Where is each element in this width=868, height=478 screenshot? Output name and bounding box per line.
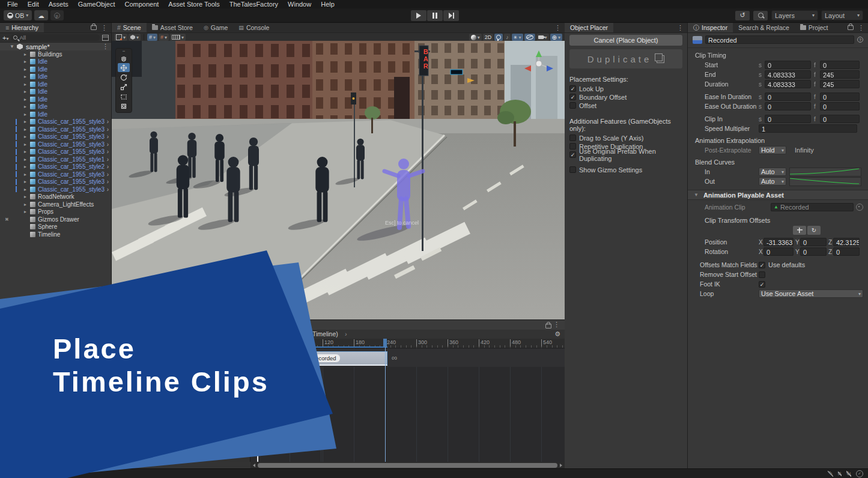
hierarchy-item-classic-car-1955-style1[interactable]: ▸Classic_car_1955_style1› (0, 156, 111, 163)
menu-edit[interactable]: Edit (23, 0, 44, 8)
foldout-icon[interactable]: ▸ (24, 172, 30, 177)
foldout-icon[interactable]: ▸ (24, 142, 30, 147)
tab-project[interactable]: Project (795, 23, 834, 32)
menu-file[interactable]: File (2, 0, 23, 8)
timeline-breadcrumb[interactable]: Timeline) (312, 330, 338, 337)
lock-icon[interactable] (91, 25, 97, 30)
hierarchy-item-idle[interactable]: ▸Idle (0, 73, 111, 81)
clip-in-frames-field[interactable]: 0 (820, 115, 860, 123)
speed-multiplier-field[interactable]: 1 (759, 124, 857, 133)
layers-dropdown[interactable]: Layers ▾ (771, 10, 818, 20)
timeline-playhead-marker[interactable] (383, 339, 387, 347)
lock-icon[interactable] (848, 25, 854, 30)
start-seconds-field[interactable]: 0 (765, 61, 811, 69)
foldout-icon[interactable]: ▸ (24, 112, 30, 117)
prefab-open-chevron-icon[interactable]: › (107, 186, 109, 193)
scene-visibility-button[interactable] (524, 34, 535, 41)
timeline-settings-gear-icon[interactable]: ⚙ (554, 330, 560, 338)
cloud-button[interactable]: ☁ (34, 10, 48, 20)
checkbox[interactable] (569, 135, 576, 141)
menu-help[interactable]: Help (316, 0, 339, 8)
option-offset[interactable]: Offset (569, 101, 682, 109)
menu-asset-store-tools[interactable]: Asset Store Tools (163, 0, 224, 8)
measure-button[interactable]: ▾ (170, 34, 186, 41)
prefab-open-chevron-icon[interactable]: › (107, 171, 109, 178)
prefab-open-chevron-icon[interactable]: › (107, 141, 109, 148)
move-tool-button[interactable] (118, 63, 130, 72)
lock-icon[interactable] (545, 324, 551, 328)
gizmos-button[interactable]: ⊕▾ (550, 34, 562, 41)
hierarchy-item-scene-root[interactable]: ▼ sample* ⋮ (0, 43, 111, 50)
search-window-icon[interactable] (102, 35, 109, 41)
tab-scene[interactable]: # Scene (112, 23, 147, 32)
menu-assets[interactable]: Assets (44, 0, 73, 8)
duplicate-button[interactable]: Duplicate (569, 49, 682, 68)
checkbox[interactable] (569, 102, 576, 109)
remove-start-offset-checkbox[interactable] (759, 271, 765, 278)
tab-console[interactable]: ▤ Console (233, 23, 275, 32)
foldout-icon[interactable]: ▸ (24, 164, 30, 169)
help-icon[interactable]: ? (857, 37, 863, 43)
loop-dropdown[interactable]: Use Source Asset▾ (759, 289, 863, 298)
tab-hierarchy[interactable]: ≡ Hierarchy (0, 23, 44, 32)
end-frames-field[interactable]: 245 (820, 70, 860, 79)
drag-handle-icon[interactable]: •• (116, 50, 132, 53)
shading-mode-button[interactable]: ▾ (469, 34, 482, 41)
pause-button[interactable] (427, 10, 443, 21)
end-seconds-field[interactable]: 4.083333 (765, 70, 811, 79)
hierarchy-item-classic-car-1955-style3[interactable]: ▸Classic_car_1955_style3› (0, 118, 111, 126)
grid-snapping-button[interactable]: #▾ (147, 34, 157, 41)
hierarchy-item-classic-car-1955-style3[interactable]: ▸Classic_car_1955_style3› (0, 141, 111, 148)
ease-in-duration-frames-field[interactable]: 0 (820, 92, 860, 101)
prefab-open-chevron-icon[interactable]: › (107, 118, 109, 125)
blend-out-curve[interactable] (789, 177, 861, 186)
ease-in-duration-seconds-field[interactable]: 0 (765, 92, 811, 101)
hierarchy-item-gizmos-drawer[interactable]: ✖Gizmos Drawer (0, 216, 111, 223)
foldout-icon[interactable]: ▸ (24, 74, 30, 79)
hierarchy-item-sphere[interactable]: Sphere (0, 223, 111, 231)
hierarchy-search-input[interactable]: All (11, 34, 100, 41)
kebab-menu-icon[interactable]: ⋮ (553, 321, 560, 328)
hierarchy-item-classic-car-1955-style3[interactable]: ▸Classic_car_1955_style3› (0, 178, 111, 186)
hand-tool-button[interactable] (118, 53, 130, 62)
hierarchy-item-classic-car-1955-style3[interactable]: ▸Classic_car_1955_style3› (0, 133, 111, 141)
hierarchy-item-buildings[interactable]: ▸Buildings (0, 50, 111, 58)
prefab-open-chevron-icon[interactable]: › (107, 163, 109, 170)
checkbox[interactable]: ✓ (569, 151, 576, 158)
lighting-toggle-button[interactable] (494, 34, 503, 41)
tab-asset-store[interactable]: Asset Store (147, 23, 198, 32)
prefab-open-chevron-icon[interactable]: › (107, 148, 109, 155)
scrollbar-thumb[interactable] (258, 463, 557, 468)
hierarchy-item-classic-car-1955-style3[interactable]: ▸Classic_car_1955_style3› (0, 171, 111, 178)
option-show-gizmo-settings[interactable]: Show Gizmo Settings (569, 166, 682, 174)
foldout-icon[interactable]: ▸ (24, 202, 30, 207)
step-button[interactable] (443, 10, 459, 21)
foldout-icon[interactable]: ▸ (24, 97, 30, 102)
start-frames-field[interactable]: 0 (820, 61, 860, 69)
menu-gameobject[interactable]: GameObject (73, 0, 120, 8)
foldout-icon[interactable]: ▸ (24, 209, 30, 214)
hierarchy-item-roadnetwork[interactable]: ▸RoadNetwork (0, 193, 111, 201)
kebab-menu-icon[interactable]: ⋮ (101, 24, 108, 32)
hierarchy-item-classic-car-1955-style3[interactable]: ▸Classic_car_1955_style3› (0, 126, 111, 133)
position-y-field[interactable]: 0 (800, 238, 827, 246)
foot-ik-checkbox[interactable]: ✓ (759, 281, 765, 288)
foldout-icon[interactable]: ▸ (24, 52, 30, 57)
pick-disabled-icon[interactable]: ✖ (5, 217, 9, 222)
foldout-icon[interactable]: ▸ (24, 179, 30, 184)
hierarchy-item-camera-lighteffects[interactable]: ▸Camera_LightEffects (0, 201, 111, 208)
foldout-icon[interactable]: ▸ (24, 119, 30, 124)
tab-object-placer[interactable]: Object Placer (565, 23, 613, 32)
prefab-open-chevron-icon[interactable]: › (107, 178, 109, 185)
offset-move-button[interactable] (793, 226, 806, 235)
foldout-icon[interactable]: ▸ (24, 104, 30, 109)
rect-tool-button[interactable] (118, 92, 130, 101)
hierarchy-item-idle[interactable]: ▸Idle (0, 58, 111, 66)
plastic-scm-button[interactable]: p (50, 10, 64, 20)
animation-playable-asset-header[interactable]: ▼ Animation Playable Asset (688, 190, 868, 200)
foldout-icon[interactable]: ▸ (24, 149, 30, 154)
clip-in-seconds-field[interactable]: 0 (765, 115, 811, 123)
option-drag-to-scale-y-axis-[interactable]: Drag to Scale (Y Axis) (569, 134, 682, 142)
checkbox[interactable] (569, 143, 576, 150)
hierarchy-item-timeline[interactable]: Timeline (0, 231, 111, 238)
